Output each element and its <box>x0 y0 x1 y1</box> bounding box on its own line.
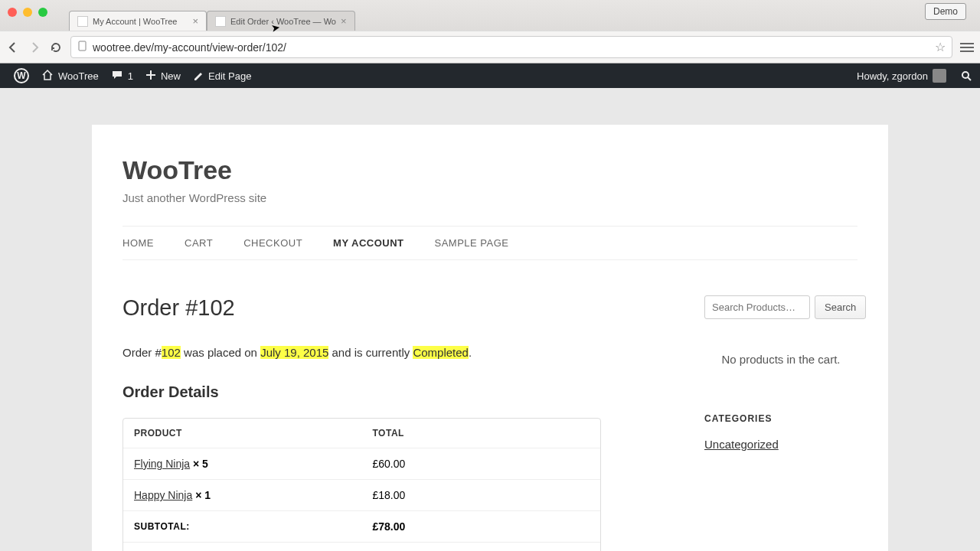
order-heading: Order #102 <box>122 295 643 321</box>
site-title: WooTree <box>122 155 858 185</box>
page-content: WooTree Just another WordPress site HOME… <box>92 125 888 551</box>
sidebar: Search No products in the cart. CATEGORI… <box>704 295 858 551</box>
nav-home[interactable]: HOME <box>122 237 154 249</box>
tab-title: My Account | WooTree <box>93 17 177 26</box>
adminbar-search-icon[interactable] <box>960 70 972 82</box>
window-maximize-button[interactable] <box>38 8 47 17</box>
page-wrap: WooTree Just another WordPress site HOME… <box>0 88 980 551</box>
product-link[interactable]: Flying Ninja <box>134 458 190 470</box>
new-content-link[interactable]: New <box>139 64 187 88</box>
site-name-link[interactable]: WooTree <box>35 64 105 88</box>
product-search-form: Search <box>704 295 858 319</box>
categories-heading: CATEGORIES <box>704 413 858 424</box>
table-header-row: PRODUCT TOTAL <box>123 419 600 448</box>
browser-tab[interactable]: Edit Order ‹ WooTree — Wo × <box>207 11 355 31</box>
nav-my-account[interactable]: MY ACCOUNT <box>333 237 403 249</box>
home-icon <box>41 69 54 83</box>
order-summary-mid1: was placed on <box>181 346 260 359</box>
subtotal-label: SUBTOTAL: <box>123 511 362 543</box>
product-link[interactable]: Happy Ninja <box>134 489 192 501</box>
product-qty: × 5 <box>193 458 208 470</box>
shipping-row: SHIPPING: Free Shipping <box>123 543 600 551</box>
order-date-highlight: July 19, 2015 <box>260 346 328 359</box>
browser-menu-icon[interactable] <box>960 43 974 52</box>
shipping-label: SHIPPING: <box>123 543 362 551</box>
wordpress-logo-icon: W <box>14 68 29 83</box>
search-products-input[interactable] <box>704 295 810 319</box>
tab-close-icon[interactable]: × <box>192 15 198 27</box>
order-number-highlight: 102 <box>162 346 181 359</box>
browser-tabs: My Account | WooTree × Edit Order ‹ WooT… <box>0 11 980 31</box>
nav-checkout[interactable]: CHECKOUT <box>243 237 302 249</box>
svg-rect-0 <box>79 41 86 51</box>
page-favicon-icon <box>215 16 226 27</box>
order-summary-end: . <box>469 346 472 359</box>
user-avatar-icon <box>933 69 946 83</box>
table-row: Happy Ninja × 1 £18.00 <box>123 480 600 511</box>
adminbar-site-name: WooTree <box>58 70 99 82</box>
new-label: New <box>161 70 181 82</box>
th-product: PRODUCT <box>123 419 362 448</box>
svg-point-1 <box>962 72 969 78</box>
search-button[interactable]: Search <box>815 295 866 319</box>
edit-page-link[interactable]: Edit Page <box>187 64 257 88</box>
user-account-link[interactable]: Howdy, zgordon <box>851 64 952 88</box>
window-close-button[interactable] <box>8 8 17 17</box>
howdy-text: Howdy, zgordon <box>857 70 928 82</box>
th-total: TOTAL <box>362 419 601 448</box>
pencil-icon <box>193 70 204 83</box>
subtotal-value: £78.00 <box>362 511 601 543</box>
order-details-heading: Order Details <box>122 383 643 401</box>
order-details-table: PRODUCT TOTAL Flying Ninja × 5 £60.00 Ha… <box>122 418 601 551</box>
url-text: wootree.dev/my-account/view-order/102/ <box>93 41 286 54</box>
window-minimize-button[interactable] <box>23 8 32 17</box>
browser-chrome: Demo My Account | WooTree × Edit Order ‹… <box>0 0 980 64</box>
table-row: Flying Ninja × 5 £60.00 <box>123 448 600 480</box>
comments-count: 1 <box>128 70 133 82</box>
shipping-value: Free Shipping <box>362 543 601 551</box>
comments-link[interactable]: 1 <box>105 64 139 88</box>
order-summary-mid2: and is currently <box>328 346 413 359</box>
reload-button[interactable] <box>49 41 63 54</box>
category-link[interactable]: Uncategorized <box>704 438 779 451</box>
tab-close-icon[interactable]: × <box>341 15 347 27</box>
order-summary-pre: Order # <box>122 346 162 359</box>
edit-page-label: Edit Page <box>208 70 251 82</box>
page-favicon-icon <box>77 16 88 27</box>
cart-empty-message: No products in the cart. <box>704 353 858 366</box>
main-nav: HOME CART CHECKOUT MY ACCOUNT SAMPLE PAG… <box>122 226 858 260</box>
wp-admin-bar: W WooTree 1 New Edit Page Howdy, zgordon <box>0 64 980 88</box>
page-icon <box>77 41 88 54</box>
wp-logo-link[interactable]: W <box>8 64 35 88</box>
plus-icon <box>145 70 156 83</box>
browser-tab-active[interactable]: My Account | WooTree × <box>69 11 207 31</box>
line-total: £18.00 <box>362 480 601 511</box>
nav-sample-page[interactable]: SAMPLE PAGE <box>435 237 509 249</box>
url-field[interactable]: wootree.dev/my-account/view-order/102/ ☆ <box>70 36 952 58</box>
back-button[interactable] <box>6 41 20 54</box>
order-summary-text: Order #102 was placed on July 19, 2015 a… <box>122 344 643 362</box>
demo-button[interactable]: Demo <box>925 3 966 20</box>
comment-icon <box>111 69 123 83</box>
main-column: Order #102 Order #102 was placed on July… <box>122 295 643 551</box>
tab-title: Edit Order ‹ WooTree — Wo <box>230 17 336 26</box>
url-bar-row: wootree.dev/my-account/view-order/102/ ☆ <box>0 31 980 63</box>
order-status-highlight: Completed <box>413 346 469 359</box>
subtotal-row: SUBTOTAL: £78.00 <box>123 511 600 543</box>
forward-button <box>28 41 41 54</box>
line-total: £60.00 <box>362 448 601 480</box>
product-qty: × 1 <box>195 489 211 501</box>
site-tagline: Just another WordPress site <box>122 191 858 204</box>
bookmark-star-icon[interactable]: ☆ <box>935 40 946 54</box>
nav-cart[interactable]: CART <box>185 237 213 249</box>
